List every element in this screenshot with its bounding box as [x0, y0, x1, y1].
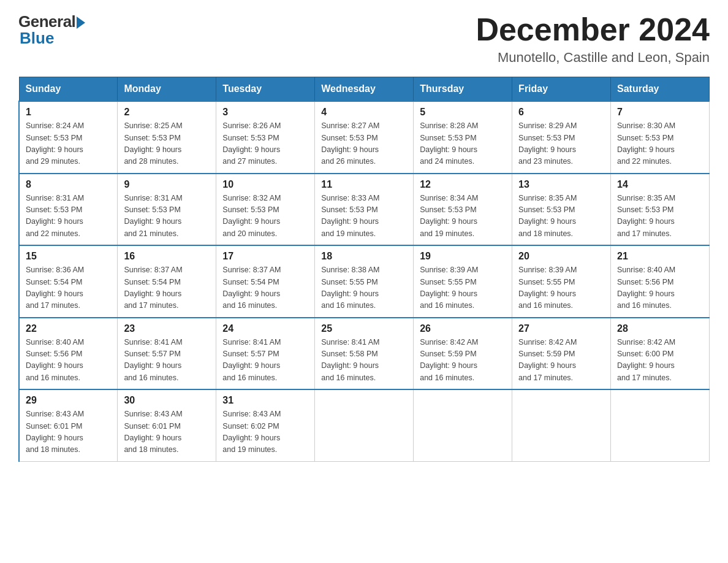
month-title: December 2024 [476, 12, 710, 47]
day-number: 8 [26, 179, 111, 190]
calendar-day-cell [414, 389, 512, 461]
day-info: Sunrise: 8:43 AMSunset: 6:01 PMDaylight:… [26, 408, 111, 456]
calendar-day-cell: 17Sunrise: 8:37 AMSunset: 5:54 PMDayligh… [216, 245, 315, 318]
calendar-day-cell: 9Sunrise: 8:31 AMSunset: 5:53 PMDaylight… [118, 174, 216, 246]
calendar-day-cell: 19Sunrise: 8:39 AMSunset: 5:55 PMDayligh… [414, 245, 512, 318]
day-info: Sunrise: 8:26 AMSunset: 5:53 PMDaylight:… [222, 120, 308, 168]
calendar-table: Sunday Monday Tuesday Wednesday Thursday… [18, 77, 710, 462]
calendar-day-cell: 11Sunrise: 8:33 AMSunset: 5:53 PMDayligh… [315, 174, 414, 246]
col-friday: Friday [512, 77, 611, 102]
calendar-day-cell: 22Sunrise: 8:40 AMSunset: 5:56 PMDayligh… [19, 318, 118, 390]
calendar-day-cell: 20Sunrise: 8:39 AMSunset: 5:55 PMDayligh… [512, 245, 611, 318]
calendar-day-cell: 30Sunrise: 8:43 AMSunset: 6:01 PMDayligh… [118, 389, 216, 461]
day-number: 6 [518, 107, 604, 118]
title-section: December 2024 Munotello, Castille and Le… [476, 12, 710, 66]
day-info: Sunrise: 8:27 AMSunset: 5:53 PMDaylight:… [321, 120, 407, 168]
day-info: Sunrise: 8:31 AMSunset: 5:53 PMDaylight:… [124, 193, 210, 240]
calendar-day-cell: 8Sunrise: 8:31 AMSunset: 5:53 PMDaylight… [19, 174, 118, 246]
day-info: Sunrise: 8:31 AMSunset: 5:53 PMDaylight:… [26, 193, 111, 240]
calendar-week-row: 29Sunrise: 8:43 AMSunset: 6:01 PMDayligh… [19, 389, 710, 461]
day-info: Sunrise: 8:40 AMSunset: 5:56 PMDaylight:… [26, 337, 111, 385]
calendar-day-cell: 4Sunrise: 8:27 AMSunset: 5:53 PMDaylight… [315, 101, 414, 174]
calendar-day-cell: 24Sunrise: 8:41 AMSunset: 5:57 PMDayligh… [216, 318, 315, 390]
day-number: 16 [124, 251, 210, 262]
calendar-day-cell: 1Sunrise: 8:24 AMSunset: 5:53 PMDaylight… [19, 101, 118, 174]
col-wednesday: Wednesday [315, 77, 414, 102]
day-info: Sunrise: 8:28 AMSunset: 5:53 PMDaylight:… [420, 120, 506, 168]
day-info: Sunrise: 8:38 AMSunset: 5:55 PMDaylight:… [321, 264, 407, 312]
day-info: Sunrise: 8:24 AMSunset: 5:53 PMDaylight:… [26, 120, 111, 168]
calendar-day-cell: 21Sunrise: 8:40 AMSunset: 5:56 PMDayligh… [611, 245, 710, 318]
day-number: 14 [617, 179, 703, 190]
day-info: Sunrise: 8:35 AMSunset: 5:53 PMDaylight:… [617, 193, 703, 240]
calendar-day-cell: 7Sunrise: 8:30 AMSunset: 5:53 PMDaylight… [611, 101, 710, 174]
day-info: Sunrise: 8:33 AMSunset: 5:53 PMDaylight:… [321, 193, 407, 240]
calendar-week-row: 22Sunrise: 8:40 AMSunset: 5:56 PMDayligh… [19, 318, 710, 390]
col-sunday: Sunday [19, 77, 118, 102]
day-number: 31 [222, 395, 308, 406]
day-info: Sunrise: 8:37 AMSunset: 5:54 PMDaylight:… [124, 264, 210, 312]
day-number: 25 [321, 323, 407, 334]
day-info: Sunrise: 8:43 AMSunset: 6:02 PMDaylight:… [222, 408, 308, 456]
calendar-day-cell: 27Sunrise: 8:42 AMSunset: 5:59 PMDayligh… [512, 318, 611, 390]
calendar-day-cell: 10Sunrise: 8:32 AMSunset: 5:53 PMDayligh… [216, 174, 315, 246]
day-info: Sunrise: 8:43 AMSunset: 6:01 PMDaylight:… [124, 408, 210, 456]
day-number: 20 [518, 251, 604, 262]
calendar-day-cell: 23Sunrise: 8:41 AMSunset: 5:57 PMDayligh… [118, 318, 216, 390]
col-thursday: Thursday [414, 77, 512, 102]
day-info: Sunrise: 8:29 AMSunset: 5:53 PMDaylight:… [518, 120, 604, 168]
day-info: Sunrise: 8:40 AMSunset: 5:56 PMDaylight:… [617, 264, 703, 312]
day-info: Sunrise: 8:42 AMSunset: 6:00 PMDaylight:… [617, 337, 703, 385]
calendar-day-cell: 28Sunrise: 8:42 AMSunset: 6:00 PMDayligh… [611, 318, 710, 390]
col-monday: Monday [118, 77, 216, 102]
calendar-week-row: 8Sunrise: 8:31 AMSunset: 5:53 PMDaylight… [19, 174, 710, 246]
day-number: 5 [420, 107, 506, 118]
calendar-day-cell: 26Sunrise: 8:42 AMSunset: 5:59 PMDayligh… [414, 318, 512, 390]
day-info: Sunrise: 8:42 AMSunset: 5:59 PMDaylight:… [420, 337, 506, 385]
calendar-day-cell: 12Sunrise: 8:34 AMSunset: 5:53 PMDayligh… [414, 174, 512, 246]
day-number: 18 [321, 251, 407, 262]
day-number: 2 [124, 107, 210, 118]
day-info: Sunrise: 8:36 AMSunset: 5:54 PMDaylight:… [26, 264, 111, 312]
day-number: 22 [26, 323, 111, 334]
location-title: Munotello, Castille and Leon, Spain [476, 50, 710, 66]
calendar-day-cell: 25Sunrise: 8:41 AMSunset: 5:58 PMDayligh… [315, 318, 414, 390]
calendar-day-cell: 5Sunrise: 8:28 AMSunset: 5:53 PMDaylight… [414, 101, 512, 174]
day-number: 24 [222, 323, 308, 334]
calendar-day-cell: 6Sunrise: 8:29 AMSunset: 5:53 PMDaylight… [512, 101, 611, 174]
day-info: Sunrise: 8:34 AMSunset: 5:53 PMDaylight:… [420, 193, 506, 240]
col-saturday: Saturday [611, 77, 710, 102]
day-number: 15 [26, 251, 111, 262]
day-number: 26 [420, 323, 506, 334]
logo-blue-text: Blue [18, 29, 54, 48]
day-info: Sunrise: 8:30 AMSunset: 5:53 PMDaylight:… [617, 120, 703, 168]
day-info: Sunrise: 8:39 AMSunset: 5:55 PMDaylight:… [420, 264, 506, 312]
day-info: Sunrise: 8:42 AMSunset: 5:59 PMDaylight:… [518, 337, 604, 385]
calendar-day-cell: 3Sunrise: 8:26 AMSunset: 5:53 PMDaylight… [216, 101, 315, 174]
day-number: 10 [222, 179, 308, 190]
day-number: 28 [617, 323, 703, 334]
page-header: General Blue December 2024 Munotello, Ca… [18, 12, 710, 66]
day-number: 13 [518, 179, 604, 190]
calendar-day-cell: 16Sunrise: 8:37 AMSunset: 5:54 PMDayligh… [118, 245, 216, 318]
calendar-day-cell: 2Sunrise: 8:25 AMSunset: 5:53 PMDaylight… [118, 101, 216, 174]
day-number: 3 [222, 107, 308, 118]
calendar-day-cell [512, 389, 611, 461]
day-number: 21 [617, 251, 703, 262]
calendar-day-cell: 14Sunrise: 8:35 AMSunset: 5:53 PMDayligh… [611, 174, 710, 246]
day-info: Sunrise: 8:37 AMSunset: 5:54 PMDaylight:… [222, 264, 308, 312]
day-number: 12 [420, 179, 506, 190]
day-info: Sunrise: 8:32 AMSunset: 5:53 PMDaylight:… [222, 193, 308, 240]
calendar-day-cell [315, 389, 414, 461]
day-number: 23 [124, 323, 210, 334]
col-tuesday: Tuesday [216, 77, 315, 102]
day-info: Sunrise: 8:25 AMSunset: 5:53 PMDaylight:… [124, 120, 210, 168]
day-info: Sunrise: 8:41 AMSunset: 5:58 PMDaylight:… [321, 337, 407, 385]
logo: General Blue [18, 12, 85, 48]
day-info: Sunrise: 8:41 AMSunset: 5:57 PMDaylight:… [124, 337, 210, 385]
calendar-day-cell: 29Sunrise: 8:43 AMSunset: 6:01 PMDayligh… [19, 389, 118, 461]
day-number: 4 [321, 107, 407, 118]
calendar-day-cell: 18Sunrise: 8:38 AMSunset: 5:55 PMDayligh… [315, 245, 414, 318]
day-number: 29 [26, 395, 111, 406]
day-number: 7 [617, 107, 703, 118]
